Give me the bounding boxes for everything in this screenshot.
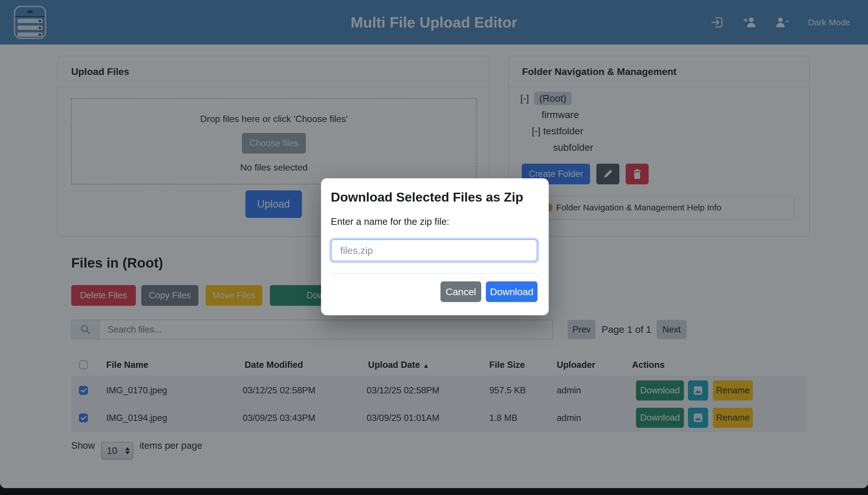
app-window: Multi File Upload Editor: [0, 0, 868, 488]
zip-name-input[interactable]: [331, 239, 538, 261]
download-zip-modal: Download Selected Files as Zip Enter a n…: [321, 178, 549, 315]
modal-title: Download Selected Files as Zip: [331, 190, 538, 205]
modal-prompt: Enter a name for the zip file:: [331, 216, 538, 227]
modal-divider: [331, 273, 538, 274]
modal-actions: Cancel Download: [331, 281, 538, 302]
cancel-button[interactable]: Cancel: [441, 281, 481, 302]
modal-download-button[interactable]: Download: [486, 281, 538, 302]
